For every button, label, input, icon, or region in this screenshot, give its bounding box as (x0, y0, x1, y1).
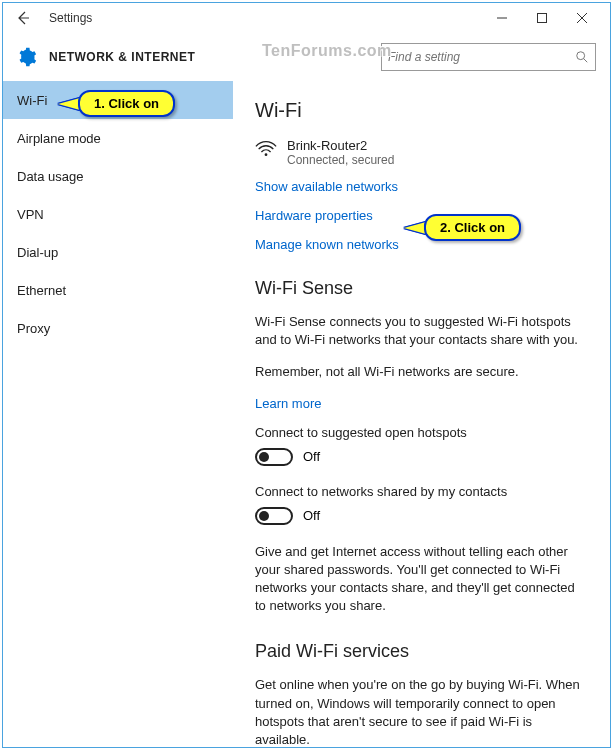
current-network: Brink-Router2 Connected, secured (255, 138, 588, 167)
sidebar-item-vpn[interactable]: VPN (3, 195, 233, 233)
sidebar-item-proxy[interactable]: Proxy (3, 309, 233, 347)
hardware-properties-link[interactable]: Hardware properties (255, 208, 588, 223)
toggle-suggested[interactable] (255, 448, 293, 466)
network-status: Connected, secured (287, 153, 394, 167)
titlebar: Settings (3, 3, 610, 33)
sense-desc-2: Remember, not all Wi-Fi networks are sec… (255, 363, 588, 381)
manage-known-networks-link[interactable]: Manage known networks (255, 237, 588, 252)
toggle-contacts-state: Off (303, 508, 320, 523)
svg-point-4 (577, 52, 585, 60)
callout-1-tail (58, 98, 80, 110)
gear-icon (17, 47, 37, 67)
sidebar-item-label: Proxy (17, 321, 50, 336)
sense-desc-1: Wi-Fi Sense connects you to suggested Wi… (255, 313, 588, 349)
svg-point-6 (265, 153, 268, 156)
sidebar-item-label: Airplane mode (17, 131, 101, 146)
toggle-contacts-row: Off (255, 507, 588, 525)
toggle-knob (259, 452, 269, 462)
paid-desc: Get online when you're on the go by buyi… (255, 676, 588, 747)
wifi-signal-icon (255, 140, 277, 158)
show-networks-link[interactable]: Show available networks (255, 179, 588, 194)
learn-more-link[interactable]: Learn more (255, 396, 588, 411)
sidebar-item-dialup[interactable]: Dial-up (3, 233, 233, 271)
sense-desc-3: Give and get Internet access without tel… (255, 543, 588, 616)
svg-rect-1 (538, 14, 547, 23)
toggle-suggested-state: Off (303, 449, 320, 464)
body: Wi-Fi Airplane mode Data usage VPN Dial-… (3, 81, 610, 747)
sidebar-item-label: Ethernet (17, 283, 66, 298)
page-title: NETWORK & INTERNET (49, 50, 195, 64)
callout-2-tail (404, 222, 426, 234)
toggle-suggested-row: Off (255, 448, 588, 466)
back-button[interactable] (11, 6, 35, 30)
sidebar-item-airplane[interactable]: Airplane mode (3, 119, 233, 157)
sidebar-item-label: VPN (17, 207, 44, 222)
wifi-sense-heading: Wi-Fi Sense (255, 278, 588, 299)
callout-2: 2. Click on (424, 214, 521, 241)
toggle-contacts-label: Connect to networks shared by my contact… (255, 484, 588, 499)
sidebar-item-ethernet[interactable]: Ethernet (3, 271, 233, 309)
back-arrow-icon (15, 10, 31, 26)
sidebar-item-label: Dial-up (17, 245, 58, 260)
callout-1: 1. Click on (78, 90, 175, 117)
minimize-button[interactable] (482, 4, 522, 32)
toggle-knob (259, 511, 269, 521)
svg-line-5 (584, 59, 588, 63)
toggle-contacts[interactable] (255, 507, 293, 525)
sidebar-item-label: Wi-Fi (17, 93, 47, 108)
paid-wifi-heading: Paid Wi-Fi services (255, 641, 588, 662)
main-content[interactable]: Wi-Fi Brink-Router2 Connected, secured S… (233, 81, 610, 747)
toggle-suggested-label: Connect to suggested open hotspots (255, 425, 588, 440)
search-box[interactable] (381, 43, 596, 71)
network-name: Brink-Router2 (287, 138, 394, 153)
close-button[interactable] (562, 4, 602, 32)
wifi-heading: Wi-Fi (255, 99, 588, 122)
search-input[interactable] (388, 50, 575, 64)
maximize-button[interactable] (522, 4, 562, 32)
window-controls (482, 4, 602, 32)
sidebar-item-label: Data usage (17, 169, 84, 184)
window-title: Settings (49, 11, 92, 25)
header-bar: NETWORK & INTERNET (3, 33, 610, 81)
sidebar-item-data-usage[interactable]: Data usage (3, 157, 233, 195)
search-icon (575, 50, 589, 64)
sidebar: Wi-Fi Airplane mode Data usage VPN Dial-… (3, 81, 233, 747)
